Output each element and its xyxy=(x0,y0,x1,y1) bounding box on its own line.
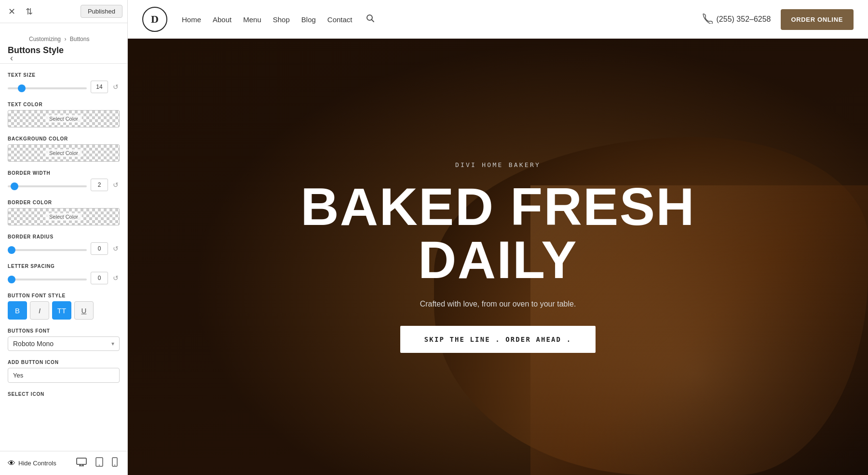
text-color-label: TEXT COLOR xyxy=(8,102,120,107)
nav-shop[interactable]: Shop xyxy=(273,15,290,24)
border-width-slider[interactable] xyxy=(8,185,87,187)
letter-spacing-reset[interactable]: ↺ xyxy=(112,274,120,282)
select-icon-label: SELECT ICON xyxy=(8,391,120,397)
breadcrumb: Customizing › Buttons xyxy=(21,29,120,44)
swap-button[interactable]: ⇅ xyxy=(22,5,36,18)
navbar-logo: D xyxy=(142,7,167,32)
hide-controls-button[interactable]: 👁 Hide Controls xyxy=(8,459,56,468)
svg-rect-0 xyxy=(77,458,86,464)
eye-icon: 👁 xyxy=(8,459,15,468)
desktop-view-button[interactable] xyxy=(74,456,89,470)
text-size-slider-row: 14 ↺ xyxy=(8,81,120,93)
font-style-label: BUTTON FONT STYLE xyxy=(8,293,120,298)
text-color-setting: TEXT COLOR Select Color xyxy=(8,102,120,127)
text-size-reset[interactable]: ↺ xyxy=(112,83,120,91)
border-radius-reset[interactable]: ↺ xyxy=(112,245,120,252)
left-panel: ✕ ⇅ Published ‹ Customizing › Buttons Bu… xyxy=(0,0,128,475)
search-icon xyxy=(366,14,375,23)
all-caps-button[interactable]: TT xyxy=(52,301,71,320)
hero-content: DIVI HOME BAKERY BAKED FRESH DAILY Craft… xyxy=(128,0,868,475)
panel-topbar: ✕ ⇅ Published xyxy=(0,0,127,23)
bg-color-select-label: Select Color xyxy=(45,149,82,157)
letter-spacing-setting: LETTER SPACING 0 ↺ xyxy=(8,264,120,284)
text-size-slider[interactable] xyxy=(8,87,87,89)
navbar-phone: (255) 352–6258 xyxy=(702,13,771,26)
hero-title: BAKED FRESH DAILY xyxy=(300,180,695,286)
border-radius-slider[interactable] xyxy=(8,249,87,251)
add-icon-value: Yes xyxy=(8,368,120,383)
breadcrumb-current: Buttons xyxy=(70,36,90,42)
letter-spacing-slider-wrap[interactable] xyxy=(8,274,87,282)
border-width-reset[interactable]: ↺ xyxy=(112,181,120,189)
nav-home[interactable]: Home xyxy=(182,15,201,24)
svg-point-5 xyxy=(99,465,100,466)
tablet-view-button[interactable] xyxy=(94,456,105,470)
buttons-font-select[interactable]: Roboto Mono ▾ xyxy=(8,336,120,351)
hero-cta-button[interactable]: SKIP THE LINE . ORDER AHEAD . xyxy=(400,326,596,353)
border-width-slider-row: 2 ↺ xyxy=(8,179,120,191)
border-width-slider-wrap[interactable] xyxy=(8,181,87,189)
bold-button[interactable]: B xyxy=(8,301,27,320)
letter-spacing-label: LETTER SPACING xyxy=(8,264,120,269)
font-style-setting: BUTTON FONT STYLE B I TT U xyxy=(8,293,120,320)
border-width-setting: BORDER WIDTH 2 ↺ xyxy=(8,170,120,191)
add-icon-setting: ADD BUTTON ICON Yes xyxy=(8,360,120,383)
border-color-label: BORDER COLOR xyxy=(8,200,120,205)
desktop-icon xyxy=(76,458,87,466)
buttons-font-value: Roboto Mono xyxy=(13,340,54,348)
border-color-setting: BORDER COLOR Select Color xyxy=(8,200,120,225)
breadcrumb-area: ‹ Customizing › Buttons xyxy=(0,23,127,44)
bg-color-label: BACKGROUND COLOR xyxy=(8,136,120,141)
panel-footer: 👁 Hide Controls xyxy=(0,451,127,475)
phone-number: (255) 352–6258 xyxy=(717,15,771,24)
preview-area: D Home About Menu Shop Blog Contact xyxy=(128,0,868,475)
hero-title-line2: DAILY xyxy=(418,230,578,289)
search-button[interactable] xyxy=(366,14,375,25)
border-color-picker[interactable]: Select Color xyxy=(8,208,120,225)
nav-about[interactable]: About xyxy=(213,15,231,24)
settings-section: TEXT SIZE 14 ↺ TEXT COLOR Select Color B… xyxy=(0,72,127,405)
tablet-icon xyxy=(95,457,103,467)
text-size-slider-wrap[interactable] xyxy=(8,83,87,91)
buttons-font-label: BUTTONS FONT xyxy=(8,328,120,334)
bg-color-picker[interactable]: Select Color xyxy=(8,144,120,162)
svg-line-9 xyxy=(371,19,374,22)
close-button[interactable]: ✕ xyxy=(5,5,18,18)
nav-blog[interactable]: Blog xyxy=(301,15,316,24)
add-icon-label: ADD BUTTON ICON xyxy=(8,360,120,365)
bg-color-setting: BACKGROUND COLOR Select Color xyxy=(8,136,120,162)
letter-spacing-slider[interactable] xyxy=(8,279,87,280)
navbar: D Home About Menu Shop Blog Contact xyxy=(128,0,868,39)
breadcrumb-separator: › xyxy=(64,36,66,42)
breadcrumb-parent[interactable]: Customizing xyxy=(29,36,61,42)
nav-contact[interactable]: Contact xyxy=(327,15,353,24)
letter-spacing-value: 0 xyxy=(91,272,108,284)
border-radius-setting: BORDER RADIUS 0 ↺ xyxy=(8,234,120,255)
published-button[interactable]: Published xyxy=(81,5,122,18)
hero-description: Crafted with love, from our oven to your… xyxy=(420,300,576,308)
border-radius-slider-wrap[interactable] xyxy=(8,244,87,253)
underline-button[interactable]: U xyxy=(74,301,94,320)
border-radius-value: 0 xyxy=(91,242,108,255)
logo-circle: D xyxy=(142,7,167,32)
mobile-view-button[interactable] xyxy=(110,456,120,470)
text-color-picker[interactable]: Select Color xyxy=(8,110,120,127)
phone-icon xyxy=(702,13,713,26)
dropdown-arrow-icon: ▾ xyxy=(111,340,114,347)
hero-subtitle: DIVI HOME BAKERY xyxy=(455,161,541,168)
navbar-right: (255) 352–6258 ORDER ONLINE xyxy=(702,9,854,30)
italic-button[interactable]: I xyxy=(30,301,49,320)
hero-title-line1: BAKED FRESH xyxy=(300,177,695,236)
border-radius-slider-row: 0 ↺ xyxy=(8,242,120,255)
back-button[interactable]: ‹ xyxy=(5,51,18,65)
hide-controls-label: Hide Controls xyxy=(18,460,56,467)
border-width-value: 2 xyxy=(91,179,108,191)
text-size-setting: TEXT SIZE 14 ↺ xyxy=(8,72,120,93)
navbar-nav: Home About Menu Shop Blog Contact xyxy=(182,14,375,25)
border-width-label: BORDER WIDTH xyxy=(8,170,120,176)
panel-title: Buttons Style xyxy=(0,44,127,63)
select-icon-setting: SELECT ICON xyxy=(8,391,120,397)
text-size-label: TEXT SIZE xyxy=(8,72,120,78)
nav-menu[interactable]: Menu xyxy=(243,15,261,24)
order-online-button[interactable]: ORDER ONLINE xyxy=(781,9,854,30)
